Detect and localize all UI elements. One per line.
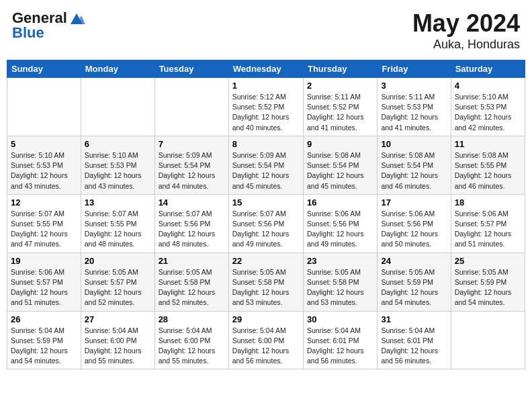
calendar-cell: 15Sunrise: 5:07 AMSunset: 5:56 PMDayligh… [228,194,303,253]
calendar-header-row: SundayMondayTuesdayWednesdayThursdayFrid… [7,60,525,78]
day-number: 16 [307,197,373,208]
calendar-cell: 4Sunrise: 5:10 AMSunset: 5:53 PMDaylight… [451,78,525,136]
calendar-week-row: 19Sunrise: 5:06 AMSunset: 5:57 PMDayligh… [7,253,525,311]
day-info: Sunrise: 5:11 AMSunset: 5:52 PMDaylight:… [307,92,373,133]
day-info: Sunrise: 5:05 AMSunset: 5:57 PMDaylight:… [85,267,151,308]
day-number: 2 [307,81,373,91]
calendar-cell: 7Sunrise: 5:09 AMSunset: 5:54 PMDaylight… [154,136,228,194]
day-info: Sunrise: 5:07 AMSunset: 5:56 PMDaylight:… [232,209,300,250]
calendar-cell: 18Sunrise: 5:06 AMSunset: 5:57 PMDayligh… [451,194,525,253]
calendar-body: 1Sunrise: 5:12 AMSunset: 5:52 PMDaylight… [7,78,525,369]
calendar-cell: 23Sunrise: 5:05 AMSunset: 5:58 PMDayligh… [303,253,377,311]
calendar-cell: 20Sunrise: 5:05 AMSunset: 5:57 PMDayligh… [81,253,154,311]
day-number: 7 [159,139,225,149]
day-info: Sunrise: 5:04 AMSunset: 5:59 PMDaylight:… [11,326,77,367]
calendar-cell: 11Sunrise: 5:08 AMSunset: 5:55 PMDayligh… [451,136,525,194]
calendar-cell: 19Sunrise: 5:06 AMSunset: 5:57 PMDayligh… [7,253,81,311]
day-number: 21 [159,256,225,266]
day-info: Sunrise: 5:06 AMSunset: 5:57 PMDaylight:… [455,209,521,250]
day-info: Sunrise: 5:10 AMSunset: 5:53 PMDaylight:… [85,150,151,191]
day-number: 19 [11,256,77,266]
day-info: Sunrise: 5:12 AMSunset: 5:52 PMDaylight:… [232,92,300,133]
calendar-week-row: 5Sunrise: 5:10 AMSunset: 5:53 PMDaylight… [7,136,525,194]
calendar-cell: 16Sunrise: 5:06 AMSunset: 5:56 PMDayligh… [303,194,377,253]
weekday-header-thursday: Thursday [303,60,377,78]
day-info: Sunrise: 5:04 AMSunset: 6:01 PMDaylight:… [381,326,447,367]
day-number: 4 [455,81,521,91]
day-info: Sunrise: 5:04 AMSunset: 6:00 PMDaylight:… [159,326,225,367]
day-info: Sunrise: 5:05 AMSunset: 5:58 PMDaylight:… [232,267,300,308]
day-info: Sunrise: 5:08 AMSunset: 5:55 PMDaylight:… [455,150,521,191]
calendar-cell [81,78,154,136]
day-info: Sunrise: 5:11 AMSunset: 5:53 PMDaylight:… [381,92,447,133]
title-area: May 2024 Auka, Honduras [412,9,520,52]
day-number: 24 [381,256,447,266]
calendar-cell: 29Sunrise: 5:04 AMSunset: 6:00 PMDayligh… [228,311,303,369]
calendar-cell: 9Sunrise: 5:08 AMSunset: 5:54 PMDaylight… [303,136,377,194]
calendar-cell: 30Sunrise: 5:04 AMSunset: 6:01 PMDayligh… [303,311,377,369]
day-number: 22 [232,256,300,266]
weekday-header-monday: Monday [81,60,154,78]
day-info: Sunrise: 5:08 AMSunset: 5:54 PMDaylight:… [381,150,447,191]
calendar-cell [154,78,228,136]
calendar-cell: 5Sunrise: 5:10 AMSunset: 5:53 PMDaylight… [7,136,81,194]
weekday-header-sunday: Sunday [7,60,81,78]
day-number: 29 [232,314,300,324]
day-number: 17 [381,197,447,208]
day-number: 27 [85,314,151,324]
day-number: 26 [11,314,77,324]
weekday-header-wednesday: Wednesday [228,60,303,78]
calendar-cell: 14Sunrise: 5:07 AMSunset: 5:56 PMDayligh… [154,194,228,253]
day-number: 15 [232,197,300,208]
calendar-cell: 25Sunrise: 5:05 AMSunset: 5:59 PMDayligh… [451,253,525,311]
calendar-cell: 13Sunrise: 5:07 AMSunset: 5:55 PMDayligh… [81,194,154,253]
day-number: 6 [85,139,151,149]
calendar-cell: 3Sunrise: 5:11 AMSunset: 5:53 PMDaylight… [378,78,451,136]
day-number: 25 [455,256,521,266]
day-info: Sunrise: 5:09 AMSunset: 5:54 PMDaylight:… [232,150,300,191]
day-number: 3 [381,81,447,91]
calendar-week-row: 26Sunrise: 5:04 AMSunset: 5:59 PMDayligh… [7,311,525,369]
day-info: Sunrise: 5:04 AMSunset: 6:00 PMDaylight:… [85,326,151,367]
calendar-cell: 22Sunrise: 5:05 AMSunset: 5:58 PMDayligh… [228,253,303,311]
page-header: General Blue May 2024 Auka, Honduras [7,7,525,54]
day-number: 14 [159,197,225,208]
calendar-week-row: 12Sunrise: 5:07 AMSunset: 5:55 PMDayligh… [7,194,525,253]
day-info: Sunrise: 5:06 AMSunset: 5:56 PMDaylight:… [307,209,373,250]
day-info: Sunrise: 5:04 AMSunset: 6:00 PMDaylight:… [232,326,300,367]
day-info: Sunrise: 5:06 AMSunset: 5:57 PMDaylight:… [11,267,77,308]
calendar-cell: 17Sunrise: 5:06 AMSunset: 5:56 PMDayligh… [378,194,451,253]
day-info: Sunrise: 5:05 AMSunset: 5:59 PMDaylight:… [455,267,521,308]
day-number: 28 [159,314,225,324]
calendar-cell: 6Sunrise: 5:10 AMSunset: 5:53 PMDaylight… [81,136,154,194]
calendar-cell: 27Sunrise: 5:04 AMSunset: 6:00 PMDayligh… [81,311,154,369]
day-info: Sunrise: 5:07 AMSunset: 5:55 PMDaylight:… [11,209,77,250]
day-number: 10 [381,139,447,149]
day-number: 18 [455,197,521,208]
day-number: 31 [381,314,447,324]
calendar-cell: 21Sunrise: 5:05 AMSunset: 5:58 PMDayligh… [154,253,228,311]
calendar-cell: 28Sunrise: 5:04 AMSunset: 6:00 PMDayligh… [154,311,228,369]
day-number: 12 [11,197,77,208]
location-title: Auka, Honduras [412,38,520,52]
calendar-cell: 8Sunrise: 5:09 AMSunset: 5:54 PMDaylight… [228,136,303,194]
day-info: Sunrise: 5:06 AMSunset: 5:56 PMDaylight:… [381,209,447,250]
day-info: Sunrise: 5:05 AMSunset: 5:58 PMDaylight:… [307,267,373,308]
calendar-cell [7,78,81,136]
calendar-cell: 24Sunrise: 5:05 AMSunset: 5:59 PMDayligh… [378,253,451,311]
day-info: Sunrise: 5:10 AMSunset: 5:53 PMDaylight:… [11,150,77,191]
calendar-cell: 31Sunrise: 5:04 AMSunset: 6:01 PMDayligh… [378,311,451,369]
logo: General Blue [12,9,86,42]
day-number: 9 [307,139,373,149]
day-number: 20 [85,256,151,266]
calendar-week-row: 1Sunrise: 5:12 AMSunset: 5:52 PMDaylight… [7,78,525,136]
weekday-header-tuesday: Tuesday [154,60,228,78]
day-number: 30 [307,314,373,324]
day-info: Sunrise: 5:04 AMSunset: 6:01 PMDaylight:… [307,326,373,367]
day-number: 5 [11,139,77,149]
month-title: May 2024 [412,9,520,38]
day-info: Sunrise: 5:08 AMSunset: 5:54 PMDaylight:… [307,150,373,191]
day-info: Sunrise: 5:05 AMSunset: 5:58 PMDaylight:… [159,267,225,308]
day-info: Sunrise: 5:07 AMSunset: 5:55 PMDaylight:… [85,209,151,250]
day-info: Sunrise: 5:07 AMSunset: 5:56 PMDaylight:… [159,209,225,250]
